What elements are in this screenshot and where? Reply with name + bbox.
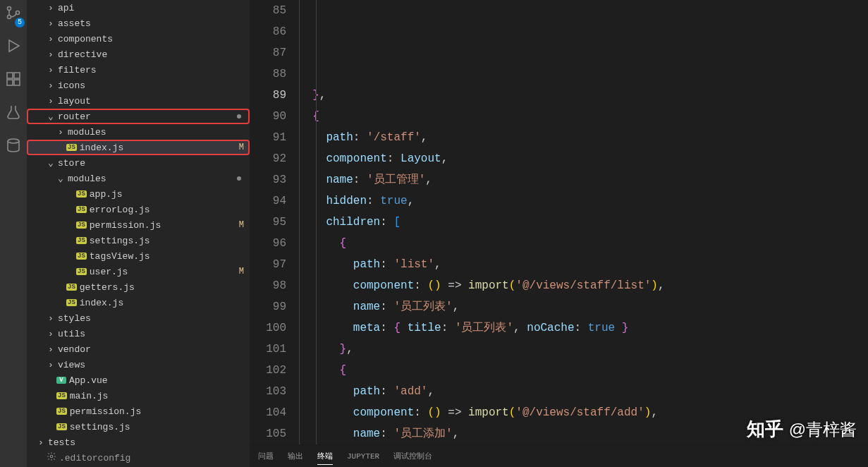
panel-tab-0[interactable]: 问题 — [258, 448, 274, 464]
code-content[interactable]: }, { path: '/staff', component: Layout, … — [299, 0, 868, 444]
line-number: 101 — [250, 339, 286, 360]
explorer-tree[interactable]: ›api›assets›components›directive›filters… — [27, 0, 250, 467]
js-icon: JS — [56, 423, 67, 430]
folder-router[interactable]: ⌄router — [27, 109, 250, 124]
line-number: 88 — [250, 63, 286, 85]
chevron-right-icon: › — [47, 313, 55, 324]
code-line[interactable]: component: () => import('@/views/staff/l… — [299, 275, 868, 296]
panel-tab-1[interactable]: 输出 — [288, 448, 303, 464]
folder-label: store — [58, 158, 85, 169]
code-line[interactable]: hidden: true, — [299, 190, 868, 212]
folder-label: styles — [58, 313, 91, 324]
svg-rect-6 — [7, 80, 13, 85]
gear-icon — [47, 451, 56, 464]
js-icon: JS — [66, 144, 77, 151]
folder-tests[interactable]: ›tests — [27, 435, 250, 450]
folder-views[interactable]: ›views — [27, 357, 250, 372]
git-status: M — [239, 220, 244, 230]
chevron-down-icon: ⌄ — [56, 173, 65, 184]
js-icon: JS — [76, 253, 87, 260]
code-line[interactable]: }, — [299, 339, 868, 360]
folder-label: filters — [58, 65, 97, 75]
folder-assets[interactable]: ›assets — [27, 16, 250, 31]
svg-point-9 — [50, 455, 53, 458]
file-index.js[interactable]: JSindex.jsM — [27, 140, 250, 155]
file-settings.js[interactable]: JSsettings.js — [27, 233, 250, 248]
folder-store[interactable]: ⌄store — [27, 155, 250, 171]
file-.editorconfig[interactable]: .editorconfig — [27, 450, 250, 466]
code-line[interactable]: path: '/staff', — [299, 127, 868, 148]
scm-badge: 5 — [15, 18, 25, 28]
code-line[interactable]: path: 'list', — [299, 254, 868, 275]
file-label: .editorconfig — [59, 453, 130, 463]
code-line[interactable]: { — [299, 233, 868, 254]
code-line[interactable]: { — [299, 360, 868, 381]
folder-icons[interactable]: ›icons — [27, 78, 250, 93]
js-icon: JS — [76, 268, 87, 275]
folder-directive[interactable]: ›directive — [27, 47, 250, 62]
file-user.js[interactable]: JSuser.jsM — [27, 264, 250, 279]
file-settings.js[interactable]: JSsettings.js — [27, 419, 250, 435]
js-icon: JS — [76, 222, 87, 229]
git-status: M — [239, 142, 244, 152]
chevron-right-icon: › — [37, 437, 45, 448]
file-permission.js[interactable]: JSpermission.js — [27, 404, 250, 419]
file-label: App.vue — [69, 375, 108, 386]
svg-point-0 — [8, 7, 11, 11]
folder-modules[interactable]: ⌄modules — [27, 171, 250, 186]
source-control-icon[interactable]: 5 — [5, 4, 22, 25]
file-getters.js[interactable]: JSgetters.js — [27, 279, 250, 295]
file-permission.js[interactable]: JSpermission.jsM — [27, 217, 250, 233]
extensions-icon[interactable] — [5, 71, 22, 91]
file-errorLog.js[interactable]: JSerrorLog.js — [27, 202, 250, 217]
folder-utils[interactable]: ›utils — [27, 326, 250, 341]
line-number: 98 — [250, 275, 286, 296]
folder-label: directive — [58, 49, 107, 60]
line-number: 89 — [250, 85, 286, 106]
debug-icon[interactable] — [5, 37, 22, 58]
file-label: user.js — [90, 267, 128, 277]
code-line[interactable]: }, — [299, 85, 868, 106]
db-icon[interactable] — [5, 137, 22, 157]
file-tagsView.js[interactable]: JStagsView.js — [27, 248, 250, 264]
svg-point-1 — [8, 16, 11, 19]
zhihu-logo: 知乎 — [747, 417, 783, 442]
vue-icon: V — [56, 377, 66, 384]
folder-components[interactable]: ›components — [27, 31, 250, 47]
code-line[interactable]: meta: { title: '员工列表', noCache: true } — [299, 317, 868, 339]
file-App.vue[interactable]: VApp.vue — [27, 372, 250, 388]
folder-filters[interactable]: ›filters — [27, 62, 250, 78]
line-number: 96 — [250, 233, 286, 254]
folder-label: modules — [68, 127, 106, 138]
code-line[interactable]: path: 'add', — [299, 381, 868, 402]
folder-label: components — [58, 34, 113, 44]
line-number: 104 — [250, 402, 286, 423]
panel-tab-2[interactable]: 终端 — [317, 448, 333, 465]
folder-vendor[interactable]: ›vendor — [27, 341, 250, 357]
file-index.js[interactable]: JSindex.js — [27, 295, 250, 310]
testing-icon[interactable] — [5, 104, 22, 124]
panel-tab-3[interactable]: JUPYTER — [347, 449, 379, 463]
line-gutter: 8586878889909192939495969798991001011021… — [250, 0, 299, 444]
code-line[interactable]: component: Layout, — [299, 148, 868, 169]
file-app.js[interactable]: JSapp.js — [27, 186, 250, 202]
code-line[interactable]: { — [299, 106, 868, 127]
folder-styles[interactable]: ›styles — [27, 310, 250, 326]
file-main.js[interactable]: JSmain.js — [27, 388, 250, 404]
svg-rect-5 — [14, 73, 20, 78]
code-line[interactable]: children: [ — [299, 212, 868, 233]
folder-modules[interactable]: ›modules — [27, 124, 250, 140]
panel-tab-4[interactable]: 调试控制台 — [393, 448, 432, 464]
svg-rect-7 — [14, 80, 20, 85]
folder-layout[interactable]: ›layout — [27, 93, 250, 109]
file-label: app.js — [90, 189, 123, 200]
folder-api[interactable]: ›api — [27, 0, 250, 16]
folder-label: tests — [48, 437, 75, 448]
code-line[interactable]: name: '员工列表', — [299, 296, 868, 317]
file-label: tagsView.js — [90, 251, 150, 262]
line-number: 86 — [250, 21, 286, 42]
js-icon: JS — [56, 408, 67, 415]
file-label: index.js — [80, 298, 123, 308]
file-label: main.js — [70, 391, 109, 401]
code-line[interactable]: name: '员工管理', — [299, 169, 868, 190]
